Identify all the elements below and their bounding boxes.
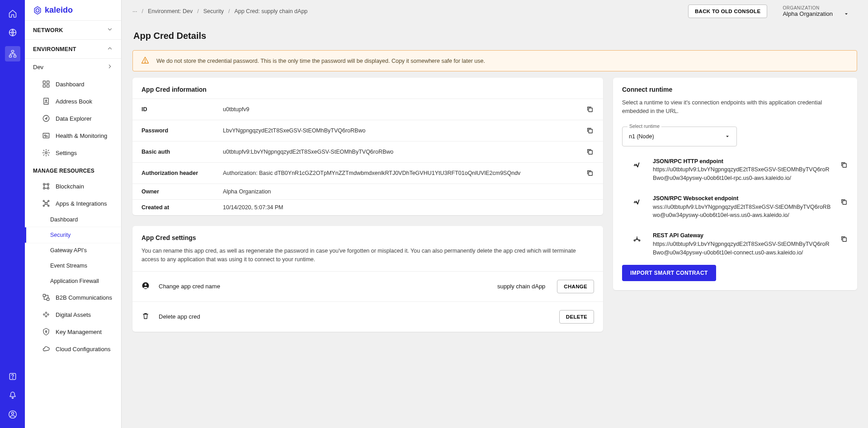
- sidebar-item-settings[interactable]: Settings: [25, 144, 121, 161]
- home-icon[interactable]: [7, 8, 18, 19]
- endpoint-title: JSON/RPC Websocket endpoint: [653, 194, 832, 203]
- runtime-select-label: Select runtime: [627, 123, 661, 129]
- sidebar-item-event-streams[interactable]: Event Streams: [25, 258, 121, 273]
- copy-icon[interactable]: [576, 127, 594, 135]
- svg-rect-11: [47, 85, 49, 87]
- svg-rect-32: [589, 151, 592, 154]
- endpoint-title: JSON/RPC HTTP endpoint: [653, 157, 832, 166]
- topbar: ··· / Environment: Dev / Security / App …: [122, 0, 868, 23]
- svg-point-35: [145, 283, 147, 286]
- endpoint-rest-api-gateway: REST API Gatewayhttps://u0tbtupfv9:LbvYN…: [613, 225, 857, 262]
- endpoint-json-rpc-websocket-endpoint: JSON/RPC Websocket endpointwss://u0tbtup…: [613, 188, 857, 225]
- sidebar-item-cloud-configurations[interactable]: Cloud Configurations: [25, 340, 121, 357]
- sidebar-item-label: Event Streams: [50, 263, 87, 269]
- svg-rect-10: [43, 85, 45, 87]
- connect-runtime-card: Connect runtime Select a runtime to view…: [613, 78, 857, 290]
- sidebar-item-key-management[interactable]: Key Management: [25, 323, 121, 340]
- account-icon[interactable]: [7, 409, 18, 420]
- delete-button[interactable]: DELETE: [559, 310, 594, 324]
- setting-label: Change app cred name: [159, 283, 220, 290]
- help-icon[interactable]: [7, 371, 18, 382]
- breadcrumb-env[interactable]: Environment: Dev: [148, 8, 193, 14]
- sidebar-item-apps-integrations[interactable]: Apps & Integrations: [25, 195, 121, 212]
- sidebar-item-label: Address Book: [56, 98, 92, 105]
- compass-icon: [42, 114, 50, 122]
- sidebar-item-label: Dashboard: [56, 81, 85, 88]
- sidebar-item-label: Blockchain: [56, 183, 84, 190]
- environment-section-header[interactable]: ENVIRONMENT: [25, 40, 121, 59]
- sidebar-item-b-b-communications[interactable]: B2B Communications: [25, 289, 121, 306]
- sidebar-item-label: B2B Communications: [56, 294, 112, 301]
- copy-icon[interactable]: [576, 148, 594, 156]
- import-smart-contract-button[interactable]: IMPORT SMART CONTRACT: [622, 265, 716, 281]
- globe-icon[interactable]: [7, 27, 18, 38]
- bell-icon[interactable]: [7, 390, 18, 401]
- breadcrumb: ··· / Environment: Dev / Security / App …: [132, 8, 307, 14]
- network-section-header[interactable]: NETWORK: [25, 21, 121, 40]
- copy-icon[interactable]: [576, 169, 594, 177]
- app-cred-information-card: App Cred information IDu0tbtupfv9Passwor…: [132, 78, 603, 215]
- blockchain-icon: [42, 182, 50, 190]
- sidebar-item-label: Data Explorer: [56, 115, 91, 122]
- breadcrumb-security[interactable]: Security: [203, 8, 224, 14]
- sidebar-item-dashboard[interactable]: Dashboard: [25, 212, 121, 227]
- runtime-select-wrapper: Select runtime n1 (Node): [622, 127, 848, 146]
- svg-point-5: [12, 378, 13, 378]
- setting-row-delete-app-cred: Delete app credDELETE: [132, 301, 603, 332]
- env-name: Dev: [33, 64, 43, 71]
- info-value: u0tbtupfv9: [223, 106, 576, 113]
- endpoint-url: wss://u0tbtupfv9:LbvYNgpngqzydE2tT8SxeGS…: [653, 203, 832, 220]
- back-to-old-console-button[interactable]: BACK TO OLD CONSOLE: [688, 5, 767, 18]
- apps-icon: [42, 199, 50, 207]
- breadcrumb-sep: /: [142, 8, 143, 14]
- sidebar-item-address-book[interactable]: Address Book: [25, 93, 121, 110]
- breadcrumb-sep: /: [197, 8, 198, 14]
- sidebar-item-digital-assets[interactable]: Digital Assets: [25, 306, 121, 323]
- assets-icon: [42, 310, 50, 319]
- setting-row-change-app-cred-name: Change app cred namesupply chain dAppCHA…: [132, 271, 603, 301]
- runtime-selected-value: n1 (Node): [629, 133, 654, 140]
- sidebar-item-dashboard[interactable]: Dashboard: [25, 75, 121, 93]
- info-value: LbvYNgpngqzydE2tT8SxeGSV-StEOMhByTVQ6roR…: [223, 127, 576, 134]
- info-label: ID: [142, 106, 223, 113]
- org-label: ORGANIZATION: [783, 5, 849, 10]
- sitemap-icon[interactable]: [5, 46, 20, 61]
- sidebar-item-blockchain[interactable]: Blockchain: [25, 178, 121, 195]
- change-button[interactable]: CHANGE: [557, 280, 594, 293]
- copy-icon[interactable]: [840, 235, 848, 245]
- chevron-down-icon: [107, 26, 113, 34]
- sidebar-item-label: Cloud Configurations: [56, 346, 110, 353]
- info-label: Basic auth: [142, 149, 223, 155]
- sidebar-item-label: Apps & Integrations: [56, 200, 107, 207]
- sidebar-item-label: Key Management: [56, 329, 102, 335]
- brand-logo[interactable]: kaleido: [25, 0, 121, 21]
- app-cred-settings-card: App Cred settings You can rename this ap…: [132, 226, 603, 332]
- sidebar-item-gateway-api-s[interactable]: Gateway API's: [25, 243, 121, 258]
- copy-icon[interactable]: [840, 161, 848, 170]
- breadcrumb-sep: /: [228, 8, 230, 14]
- svg-point-16: [45, 152, 47, 154]
- sidebar-item-label: Application Firewall: [50, 278, 99, 284]
- org-name: Alpha Organization: [783, 10, 833, 17]
- svg-rect-36: [843, 164, 846, 167]
- org-switcher[interactable]: ORGANIZATION Alpha Organization: [783, 5, 857, 17]
- info-row-authorization-header: Authorization headerAuthorization: Basic…: [132, 162, 603, 183]
- info-row-basic-auth: Basic authu0tbtupfv9:LbvYNgpngqzydE2tT8S…: [132, 141, 603, 162]
- info-label: Owner: [142, 188, 223, 195]
- warning-icon: [141, 56, 149, 66]
- runtime-select[interactable]: n1 (Node): [622, 127, 737, 146]
- info-row-password: PasswordLbvYNgpngqzydE2tT8SxeGSV-StEOMhB…: [132, 120, 603, 141]
- sidebar-env-select[interactable]: Dev: [25, 59, 121, 75]
- copy-icon[interactable]: [576, 105, 594, 113]
- sidebar-item-label: Digital Assets: [56, 311, 91, 318]
- settings-card-title: App Cred settings: [132, 226, 603, 247]
- breadcrumb-more[interactable]: ···: [132, 8, 137, 14]
- trash-icon: [142, 312, 151, 322]
- rest-icon: [633, 235, 645, 247]
- copy-icon[interactable]: [840, 198, 848, 207]
- endpoint-json-rpc-http-endpoint: JSON/RPC HTTP endpointhttps://u0tbtupfv9…: [613, 151, 857, 188]
- sidebar-item-application-firewall[interactable]: Application Firewall: [25, 273, 121, 289]
- sidebar-item-health-monitoring[interactable]: Health & Monitoring: [25, 127, 121, 144]
- sidebar-item-data-explorer[interactable]: Data Explorer: [25, 110, 121, 127]
- sidebar-item-security[interactable]: Security: [25, 227, 121, 243]
